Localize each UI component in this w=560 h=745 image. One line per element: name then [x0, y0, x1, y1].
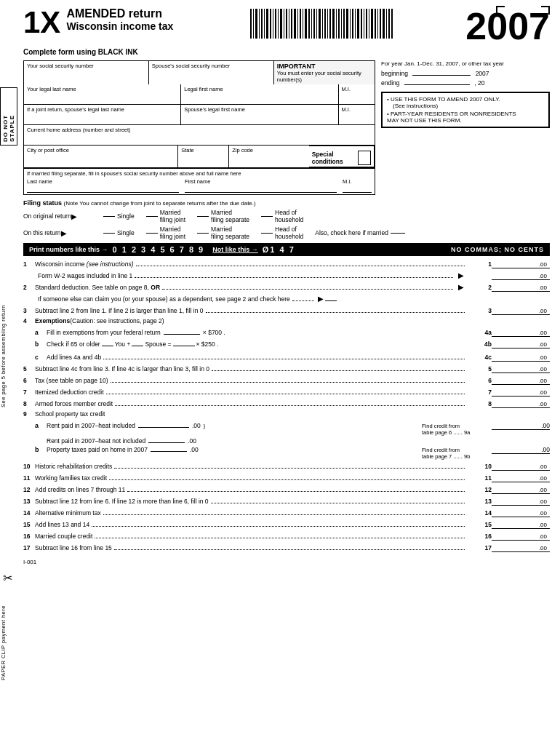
line-9a-input[interactable] — [500, 422, 540, 429]
w2-text: Form W-2 wages included in line 1 — [38, 272, 132, 279]
svg-rect-33 — [338, 9, 340, 39]
line-3-amount[interactable]: .00 — [492, 307, 550, 315]
line-13-ref: 13 — [470, 498, 492, 505]
line-5-desc: Subtract line 4c from line 3. If line 4c… — [35, 364, 470, 372]
line-9a-amount[interactable]: .00 — [492, 422, 550, 430]
line-8-amount[interactable]: .00 — [492, 400, 550, 408]
opt-head-household[interactable]: Head ofhousehold — [261, 209, 303, 223]
line-10-amount[interactable]: .00 — [492, 463, 550, 471]
line-16-amount[interactable]: .00 — [492, 533, 550, 541]
line-12-amount[interactable]: .00 — [492, 486, 550, 494]
line-8-input[interactable] — [494, 400, 537, 407]
line-2-sub-check[interactable] — [325, 300, 337, 301]
also-check-married[interactable]: Also, check here if married — [315, 229, 405, 236]
line-11-desc: Working families tax credit — [35, 473, 470, 482]
spouse-first-field: Spouse's legal first name — [181, 105, 338, 124]
line-13-amount[interactable]: .00 — [492, 498, 550, 506]
w2-amount[interactable]: .00 — [492, 272, 550, 280]
line-4c-input[interactable] — [494, 354, 537, 361]
line-3-input[interactable] — [494, 307, 537, 314]
line-9b-rent-blank[interactable] — [148, 442, 185, 443]
line-16-input[interactable] — [494, 533, 537, 540]
line-9a-blank[interactable] — [138, 427, 189, 428]
line-11-ref: 11 — [470, 474, 492, 482]
this-opt-head-household[interactable]: Head ofhousehold — [261, 226, 303, 240]
line-1-input[interactable] — [494, 260, 537, 268]
line-4b-spouse-blank[interactable] — [132, 346, 143, 346]
zip-input[interactable] — [232, 156, 306, 164]
city-input[interactable] — [27, 156, 175, 164]
married-sep-mi-input[interactable] — [343, 185, 372, 193]
line-4a-blank[interactable] — [164, 334, 200, 335]
line-16-cents: .00 — [539, 533, 547, 540]
line-14-input[interactable] — [494, 509, 537, 517]
your-ssn-label: Your social security number — [27, 63, 145, 69]
line-4b-amount[interactable]: .00 — [492, 340, 550, 348]
line-5-amount[interactable]: .00 — [492, 365, 550, 373]
spouse-first-input[interactable] — [184, 116, 335, 123]
line-15-input[interactable] — [494, 521, 537, 528]
line-8-text: Armed forces member credit — [35, 400, 113, 407]
line-4b-input[interactable] — [494, 340, 537, 348]
your-ssn-input[interactable] — [27, 75, 145, 82]
line-4a-input[interactable] — [494, 329, 537, 336]
line-10-input[interactable] — [494, 463, 537, 470]
legal-last-label: Your legal last name — [27, 86, 177, 92]
line-13-input[interactable] — [494, 498, 537, 505]
this-opt-single[interactable]: Single — [103, 229, 135, 236]
line-15-amount[interactable]: .00 — [492, 521, 550, 529]
joint-spouse-last-input[interactable] — [27, 116, 177, 123]
special-conditions-box[interactable] — [358, 151, 371, 165]
line-14-amount[interactable]: .00 — [492, 509, 550, 517]
spouse-ssn-input[interactable] — [152, 75, 271, 82]
line-1-amount[interactable]: .00 — [492, 260, 550, 268]
line-16-desc: Married couple credit — [35, 531, 470, 540]
address-input[interactable] — [27, 136, 372, 143]
svg-rect-43 — [366, 9, 367, 39]
state-input[interactable] — [181, 156, 225, 164]
line-17-amount[interactable]: .00 — [492, 544, 550, 552]
w2-input[interactable] — [494, 272, 537, 279]
notice-line1: • USE THIS FORM TO AMEND 2007 ONLY. (See… — [387, 96, 544, 109]
this-head-household-label: Head ofhousehold — [275, 226, 303, 240]
opt-married-sep[interactable]: Marriedfiling separate — [197, 209, 249, 223]
filing-status-header: Filing status (Note You cannot change fr… — [23, 199, 550, 207]
svg-rect-11 — [278, 9, 279, 39]
line-4b-you-blank[interactable] — [102, 346, 113, 346]
married-sep-first-input[interactable] — [185, 185, 337, 193]
line-14-dots — [103, 508, 465, 515]
line-6-input[interactable] — [494, 377, 537, 384]
line-7-input[interactable] — [494, 389, 537, 396]
opt-single[interactable]: Single — [103, 212, 135, 220]
legal-last-input[interactable] — [27, 95, 177, 103]
svg-rect-29 — [327, 9, 328, 39]
married-sep-last-input[interactable] — [27, 185, 179, 193]
line-4a-cents: .00 — [539, 330, 547, 336]
line-9b-input[interactable] — [500, 446, 540, 453]
line-5-input[interactable] — [494, 365, 537, 372]
mi-input[interactable] — [342, 95, 372, 103]
line-7-amount[interactable]: .00 — [492, 389, 550, 397]
line-2-input[interactable] — [494, 284, 537, 291]
svg-rect-7 — [266, 9, 268, 39]
line-4b-total-blank[interactable] — [173, 346, 195, 346]
this-opt-married-joint[interactable]: Marriedfiling joint — [146, 226, 185, 240]
line-11-amount[interactable]: .00 — [492, 474, 550, 482]
line-9-header-row: 9 School property tax credit — [23, 410, 550, 421]
line-13-desc: Subtract line 12 from line 6. If line 12… — [35, 496, 470, 505]
print-example-bad: Ø1 4 7 — [263, 245, 295, 254]
line-4a-amount[interactable]: .00 — [492, 329, 550, 337]
line-12-input[interactable] — [494, 486, 537, 493]
spouse-mi-input[interactable] — [342, 116, 372, 123]
line-11-input[interactable] — [494, 474, 537, 482]
line-6-amount[interactable]: .00 — [492, 377, 550, 385]
legal-first-input[interactable] — [184, 95, 335, 103]
opt-married-joint[interactable]: Marriedfiling joint — [146, 209, 185, 223]
line-2-amount[interactable]: .00 — [492, 284, 550, 292]
line-4c-amount[interactable]: .00 — [492, 354, 550, 362]
line-9b-blank[interactable] — [151, 451, 187, 452]
line-17-input[interactable] — [494, 544, 537, 551]
line-9b-rent-cents-label: .00 — [188, 437, 196, 445]
this-opt-married-sep[interactable]: Marriedfiling separate — [197, 226, 249, 240]
line-9b-amount[interactable]: .00 — [492, 446, 550, 454]
